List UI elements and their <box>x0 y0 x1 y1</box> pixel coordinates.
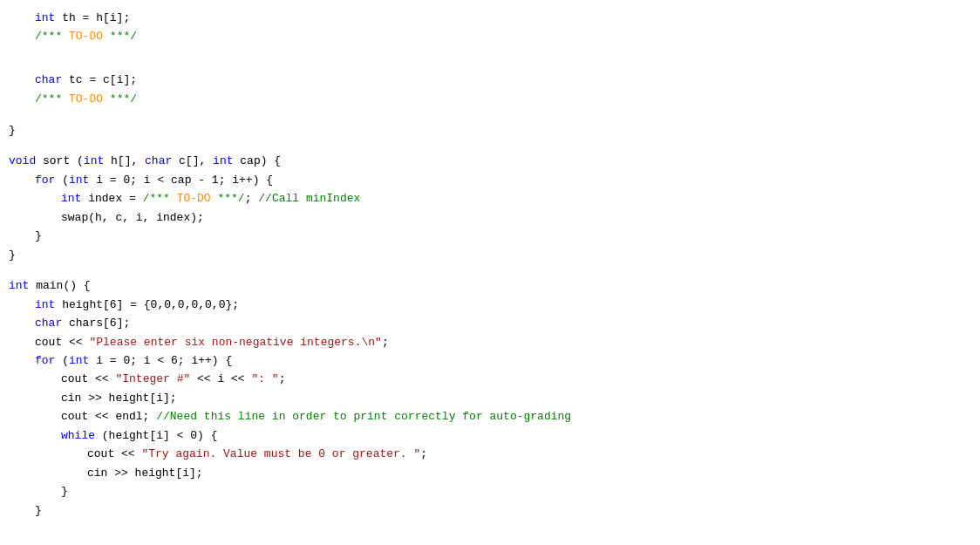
code-line: cout << "Please enter six non-negative i… <box>0 333 980 351</box>
code-token-string: "Please enter six non-negative integers.… <box>89 336 381 349</box>
code-token-plain: index = <box>81 192 142 205</box>
code-token-plain: } <box>9 249 16 262</box>
code-line: int main() { <box>0 276 980 295</box>
code-token-plain: << i << <box>190 372 251 385</box>
code-line <box>0 58 980 71</box>
code-token-plain: sort ( <box>36 154 84 167</box>
code-line <box>0 264 980 276</box>
code-line: char chars[6]; <box>0 314 980 332</box>
code-token-plain: th = h[i]; <box>55 11 130 24</box>
code-line: cin >> height[i]; <box>0 464 980 482</box>
code-token-plain: tc = c[i]; <box>62 73 137 86</box>
code-token-comment: //Need this line in order to print corre… <box>156 410 571 423</box>
code-line: } <box>0 501 980 520</box>
code-token-plain: cin >> height[i]; <box>61 392 177 405</box>
code-token-plain: main() { <box>29 279 90 292</box>
code-token-plain: } <box>61 485 68 498</box>
code-line: int height[6] = {0,0,0,0,0,0}; <box>0 296 980 314</box>
code-token-todo: TO-DO <box>69 92 103 106</box>
code-line: /*** TO-DO ***/ <box>0 27 980 45</box>
code-line: /*** TO-DO ***/ <box>0 90 980 108</box>
code-token-kw: int <box>69 174 89 187</box>
code-line: int th = h[i]; <box>0 9 980 27</box>
code-token-plain: cout << <box>35 336 89 349</box>
code-token-string: "Integer #" <box>115 372 190 385</box>
code-token-plain: chars[6]; <box>62 317 130 330</box>
code-line: swap(h, c, i, index); <box>0 208 980 227</box>
code-token-plain: cout << endl; <box>61 410 156 423</box>
code-token-todo: TO-DO <box>69 30 103 43</box>
code-token-plain: c[], <box>172 154 213 167</box>
code-token-plain: cout << <box>87 447 141 460</box>
code-token-plain: ( <box>55 174 69 187</box>
code-token-comment: /*** <box>35 92 69 106</box>
code-token-kw: int <box>35 298 55 311</box>
code-token-plain: i = 0; i < 6; i++) { <box>89 354 232 367</box>
code-token-comment: ***/ <box>103 30 137 43</box>
code-line: for (int i = 0; i < 6; i++) { <box>0 351 980 370</box>
code-token-kw: for <box>35 174 55 187</box>
code-line: char tc = c[i]; <box>0 71 980 89</box>
code-line: cout << endl; //Need this line in order … <box>0 407 980 426</box>
code-token-plain: (height[i] < 0) { <box>95 429 217 442</box>
code-content: int th = h[i];/*** TO-DO ***/char tc = c… <box>0 9 980 520</box>
code-token-plain: height[6] = {0,0,0,0,0,0}; <box>55 298 239 311</box>
code-token-plain: cin >> height[i]; <box>87 467 203 480</box>
code-line <box>0 108 980 120</box>
code-token-plain: ; <box>279 372 286 385</box>
code-token-plain: ; <box>420 447 427 460</box>
code-token-kw: for <box>35 354 55 367</box>
code-token-kw: int <box>61 192 81 205</box>
code-token-string: "Try again. Value must be 0 or greater. … <box>141 447 420 460</box>
code-token-plain: } <box>35 504 42 517</box>
code-token-plain: } <box>9 124 16 137</box>
code-token-plain: ( <box>55 354 69 367</box>
code-token-kw: int <box>213 154 233 167</box>
code-token-plain: h[], <box>104 154 145 167</box>
code-line: } <box>0 246 980 264</box>
code-line: cout << "Integer #" << i << ": "; <box>0 370 980 388</box>
code-token-kw: char <box>35 73 62 86</box>
code-token-todo: TO-DO <box>177 192 211 205</box>
code-token-kw: char <box>145 154 172 167</box>
code-line: void sort (int h[], char c[], int cap) { <box>0 152 980 170</box>
code-token-comment: //Call minIndex <box>258 192 360 205</box>
code-token-plain: i = 0; i < cap - 1; i++) { <box>89 174 273 187</box>
code-token-plain: } <box>35 229 42 242</box>
code-token-kw: void <box>9 154 36 167</box>
code-line: } <box>0 227 980 245</box>
code-token-plain: cout << <box>61 372 115 385</box>
code-line: int index = /*** TO-DO ***/; //Call minI… <box>0 189 980 208</box>
code-line: cin >> height[i]; <box>0 389 980 407</box>
code-token-comment: /*** <box>143 192 177 205</box>
code-line: } <box>0 121 980 140</box>
code-token-kw: int <box>9 279 29 292</box>
code-line: cout << "Try again. Value must be 0 or g… <box>0 445 980 463</box>
code-token-plain: ; <box>382 336 389 349</box>
code-line: } <box>0 482 980 501</box>
code-token-plain: cap) { <box>233 154 281 167</box>
code-editor: int th = h[i];/*** TO-DO ***/char tc = c… <box>0 0 980 545</box>
code-line <box>0 140 980 152</box>
code-token-kw: char <box>35 317 62 330</box>
code-token-kw: int <box>69 354 89 367</box>
code-line: while (height[i] < 0) { <box>0 426 980 445</box>
code-line <box>0 46 980 58</box>
code-line: for (int i = 0; i < cap - 1; i++) { <box>0 171 980 189</box>
code-token-comment: ***/ <box>211 192 245 205</box>
code-token-string: ": " <box>251 372 278 385</box>
code-token-kw: int <box>84 154 104 167</box>
code-token-kw: while <box>61 429 95 442</box>
code-token-comment: /*** <box>35 30 69 43</box>
code-token-plain: swap(h, c, i, index); <box>61 211 204 224</box>
code-token-kw: int <box>35 11 55 24</box>
code-token-plain: ; <box>245 192 259 205</box>
code-token-comment: ***/ <box>103 92 137 106</box>
